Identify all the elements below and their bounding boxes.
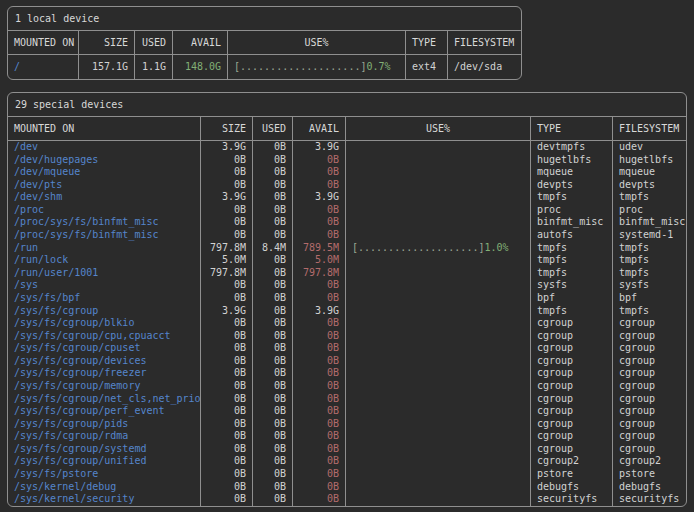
avail-cell: 0B — [293, 317, 346, 330]
use-percent-cell — [346, 405, 531, 418]
special-devices-title: 29 special devices — [8, 93, 686, 117]
use-percent-cell — [346, 355, 531, 368]
avail-cell: 3.9G — [293, 191, 346, 204]
usage-percent: 0.7% — [366, 55, 390, 79]
column-header-used: USED — [253, 117, 293, 141]
type-cell: cgroup — [531, 355, 613, 368]
avail-cell: 3.9G — [293, 305, 346, 318]
avail-cell: 0B — [293, 279, 346, 292]
used-cell: 0B — [253, 267, 293, 280]
mount-point-cell: /dev/hugepages — [8, 154, 201, 167]
type-cell: tmpfs — [531, 254, 613, 267]
type-cell: securityfs — [531, 493, 613, 506]
used-cell: 0B — [253, 455, 293, 468]
filesystem-cell: binfmt_misc — [613, 216, 686, 229]
terminal-output: 1 local device MOUNTED ON SIZE USED AVAI… — [0, 0, 694, 507]
size-cell: 5.0M — [201, 254, 253, 267]
use-percent-cell — [346, 229, 531, 242]
filesystem-cell: securityfs — [613, 493, 686, 506]
mount-point-cell: /sys/fs/cgroup — [8, 305, 201, 318]
local-devices-title: 1 local device — [8, 7, 521, 31]
use-percent-cell — [346, 305, 531, 318]
column-header-size: SIZE — [79, 31, 135, 55]
avail-cell: 789.5M — [293, 242, 346, 255]
filesystem-cell: tmpfs — [613, 305, 686, 318]
used-cell: 0B — [253, 166, 293, 179]
filesystem-cell: cgroup — [613, 367, 686, 380]
usage-percent: 1.0% — [484, 242, 508, 255]
filesystem-cell: sysfs — [613, 279, 686, 292]
avail-cell: 3.9G — [293, 141, 346, 154]
filesystem-cell: tmpfs — [613, 254, 686, 267]
filesystem-cell: tmpfs — [613, 242, 686, 255]
mount-point-cell: /sys/kernel/debug — [8, 481, 201, 494]
avail-cell: 0B — [293, 179, 346, 192]
mount-point-cell: / — [8, 55, 79, 79]
column-header-avail: AVAIL — [293, 117, 346, 141]
size-cell: 0B — [201, 455, 253, 468]
size-cell: 0B — [201, 443, 253, 456]
size-cell: 797.8M — [201, 242, 253, 255]
mount-point-cell: /sys/fs/cgroup/memory — [8, 380, 201, 393]
type-cell: proc — [531, 204, 613, 217]
type-cell: cgroup — [531, 317, 613, 330]
mount-point-cell: /proc/sys/fs/binfmt_misc — [8, 229, 201, 242]
size-cell: 0B — [201, 493, 253, 506]
mount-point-cell: /sys/fs/cgroup/cpuset — [8, 342, 201, 355]
size-cell: 0B — [201, 179, 253, 192]
filesystem-cell: cgroup — [613, 380, 686, 393]
use-percent-cell — [346, 481, 531, 494]
used-cell: 0B — [253, 305, 293, 318]
mount-point-cell: /sys/fs/bpf — [8, 292, 201, 305]
type-cell: tmpfs — [531, 305, 613, 318]
avail-cell: 0B — [293, 443, 346, 456]
avail-cell: 0B — [293, 229, 346, 242]
avail-cell: 0B — [293, 418, 346, 431]
used-cell: 0B — [253, 317, 293, 330]
column-header-filesystem: FILESYSTEM — [448, 31, 521, 55]
size-cell: 0B — [201, 317, 253, 330]
type-cell: cgroup — [531, 430, 613, 443]
type-cell: hugetlbfs — [531, 154, 613, 167]
avail-cell: 0B — [293, 430, 346, 443]
mount-point-cell: /sys/fs/cgroup/net_cls,net_prio — [8, 393, 201, 406]
avail-cell: 0B — [293, 468, 346, 481]
column-header-use-pct: USE% — [228, 31, 406, 55]
mount-point-cell: /dev — [8, 141, 201, 154]
type-cell: cgroup — [531, 367, 613, 380]
size-cell: 0B — [201, 166, 253, 179]
used-cell: 0B — [253, 141, 293, 154]
mount-point-cell: /dev/pts — [8, 179, 201, 192]
avail-cell: 0B — [293, 393, 346, 406]
use-percent-cell — [346, 166, 531, 179]
size-cell: 0B — [201, 380, 253, 393]
type-cell: tmpfs — [531, 191, 613, 204]
special-devices-table: 29 special devices MOUNTED ON SIZE USED … — [7, 92, 687, 507]
size-cell: 0B — [201, 355, 253, 368]
type-cell: devtmpfs — [531, 141, 613, 154]
column-header-mounted-on: MOUNTED ON — [8, 117, 201, 141]
mount-point-cell: /run/user/1001 — [8, 267, 201, 280]
column-header-type: TYPE — [406, 31, 448, 55]
used-cell: 0B — [253, 292, 293, 305]
used-cell: 0B — [253, 204, 293, 217]
use-percent-cell — [346, 342, 531, 355]
used-cell: 0B — [253, 229, 293, 242]
use-percent-cell — [346, 430, 531, 443]
used-cell: 0B — [253, 418, 293, 431]
type-cell: pstore — [531, 468, 613, 481]
size-cell: 0B — [201, 330, 253, 343]
size-cell: 0B — [201, 418, 253, 431]
mount-point-cell: /sys/fs/cgroup/devices — [8, 355, 201, 368]
size-cell: 797.8M — [201, 267, 253, 280]
avail-cell: 0B — [293, 342, 346, 355]
used-cell: 0B — [253, 468, 293, 481]
mount-point-cell: /sys/kernel/security — [8, 493, 201, 506]
used-cell: 1.1G — [135, 55, 173, 79]
mount-point-cell: /dev/mqueue — [8, 166, 201, 179]
used-cell: 0B — [253, 443, 293, 456]
use-percent-cell — [346, 393, 531, 406]
column-header-filesystem: FILESYSTEM — [613, 117, 686, 141]
use-percent-cell — [346, 317, 531, 330]
used-cell: 0B — [253, 179, 293, 192]
